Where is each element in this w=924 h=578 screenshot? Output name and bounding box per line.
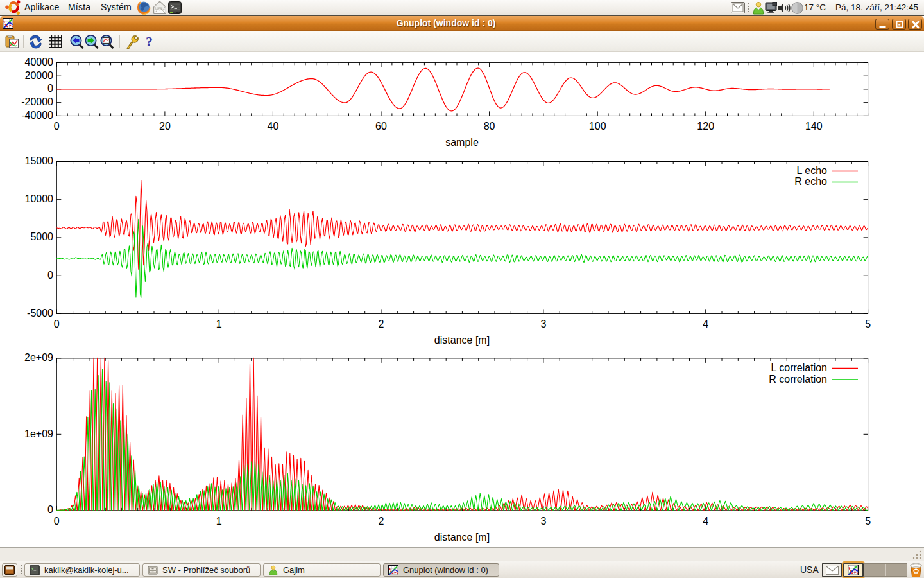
svg-text:2e+09: 2e+09 — [24, 352, 53, 363]
svg-text:15000: 15000 — [25, 155, 54, 166]
svg-text:-20000: -20000 — [21, 96, 53, 107]
svg-text:0: 0 — [47, 270, 53, 281]
svg-text:2: 2 — [379, 319, 384, 329]
svg-text:-40000: -40000 — [21, 110, 53, 121]
svg-text:120: 120 — [697, 121, 714, 132]
svg-text:0: 0 — [54, 516, 60, 527]
svg-text:4: 4 — [703, 319, 708, 329]
svg-text:60: 60 — [375, 121, 387, 132]
svg-text:0: 0 — [54, 319, 60, 329]
svg-text:3: 3 — [540, 516, 546, 527]
svg-text:40000: 40000 — [25, 57, 54, 67]
svg-text:5: 5 — [865, 319, 871, 329]
svg-text:140: 140 — [805, 121, 823, 132]
svg-text:80: 80 — [484, 121, 495, 132]
svg-text:0: 0 — [47, 504, 53, 515]
svg-text:sample: sample — [445, 137, 479, 148]
svg-text:4: 4 — [703, 516, 708, 527]
svg-text:5000: 5000 — [30, 231, 53, 242]
svg-text:1: 1 — [216, 516, 222, 527]
svg-text:20000: 20000 — [25, 70, 54, 81]
svg-text:0: 0 — [54, 121, 60, 132]
svg-text:-5000: -5000 — [27, 308, 53, 319]
svg-text:1e+09: 1e+09 — [24, 428, 53, 439]
svg-text:R echo: R echo — [794, 176, 827, 187]
svg-text:40: 40 — [268, 121, 279, 132]
svg-text:10000: 10000 — [25, 193, 54, 204]
svg-text:R correlation: R correlation — [769, 374, 827, 385]
svg-text:2: 2 — [379, 516, 384, 527]
svg-text:L correlation: L correlation — [771, 362, 827, 373]
svg-text:distance [m]: distance [m] — [434, 532, 490, 543]
svg-text:100: 100 — [589, 121, 606, 132]
svg-text:0: 0 — [47, 83, 53, 94]
svg-text:distance [m]: distance [m] — [434, 335, 490, 346]
svg-text:5: 5 — [865, 516, 871, 527]
svg-text:1: 1 — [216, 319, 222, 329]
svg-text:20: 20 — [159, 121, 171, 132]
svg-text:L echo: L echo — [797, 165, 828, 176]
svg-text:3: 3 — [540, 319, 546, 329]
